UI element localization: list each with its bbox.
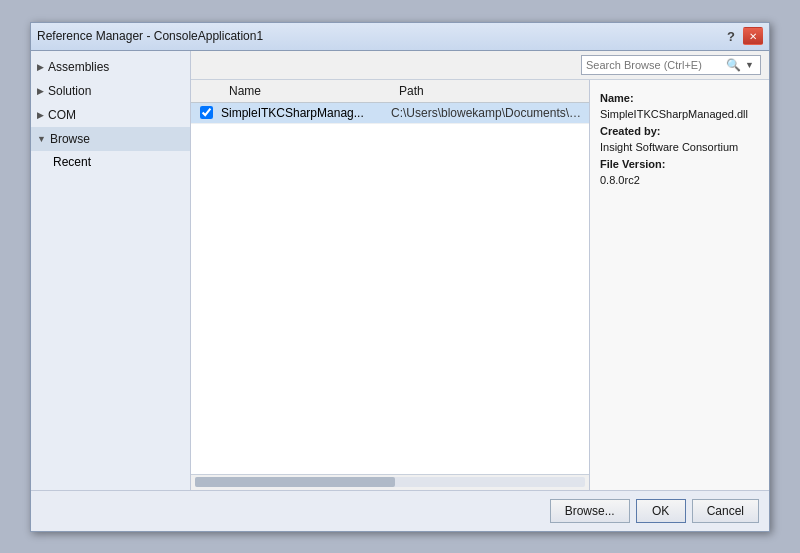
row-checkbox[interactable]	[191, 106, 221, 119]
scrollbar-thumb[interactable]	[195, 477, 395, 487]
table-body: SimpleITKCSharpManag... C:\Users\bloweka…	[191, 103, 589, 474]
search-input-wrapper: 🔍 ▼	[581, 55, 761, 75]
browse-button[interactable]: Browse...	[550, 499, 630, 523]
detail-panel: Name: SimpleITKCSharpManaged.dll Created…	[589, 80, 769, 490]
sidebar-subitem-recent-label: Recent	[53, 155, 91, 169]
search-bar: 🔍 ▼	[191, 51, 769, 80]
title-bar: Reference Manager - ConsoleApplication1 …	[31, 23, 769, 51]
sidebar-subitem-recent[interactable]: Recent	[31, 151, 190, 173]
horizontal-scrollbar[interactable]	[191, 474, 589, 490]
ok-button[interactable]: OK	[636, 499, 686, 523]
title-bar-buttons: ? ✕	[721, 27, 763, 45]
table-container: Name Path SimpleITKCSharpManag... C:\Use…	[191, 80, 589, 490]
search-input[interactable]	[586, 59, 724, 71]
row-name: SimpleITKCSharpManag...	[221, 106, 391, 120]
dialog-content: ▶ Assemblies ▶ Solution ▶ COM ▼ Browse R…	[31, 51, 769, 490]
name-column-header: Name	[221, 84, 391, 98]
path-column-header: Path	[391, 84, 589, 98]
main-area: 🔍 ▼ Name Path	[191, 51, 769, 490]
detail-created-value: Insight Software Consortium	[600, 139, 759, 156]
sidebar-item-solution[interactable]: ▶ Solution	[31, 79, 190, 103]
row-path: C:\Users\blowekamp\Documents\SimpleITK	[391, 106, 589, 120]
search-icon[interactable]: 🔍	[724, 58, 743, 72]
sidebar-item-browse[interactable]: ▼ Browse	[31, 127, 190, 151]
cancel-button[interactable]: Cancel	[692, 499, 759, 523]
close-button[interactable]: ✕	[743, 27, 763, 45]
detail-version-label: File Version:	[600, 156, 759, 173]
window-title: Reference Manager - ConsoleApplication1	[37, 29, 263, 43]
expand-arrow-assemblies: ▶	[37, 62, 44, 72]
sidebar-item-com[interactable]: ▶ COM	[31, 103, 190, 127]
expand-arrow-browse: ▼	[37, 134, 46, 144]
split-container: Name Path SimpleITKCSharpManag... C:\Use…	[191, 80, 769, 490]
sidebar-item-assemblies[interactable]: ▶ Assemblies	[31, 55, 190, 79]
scrollbar-track	[195, 477, 585, 487]
expand-arrow-com: ▶	[37, 110, 44, 120]
detail-created-label: Created by:	[600, 123, 759, 140]
sidebar-item-solution-label: Solution	[48, 84, 91, 98]
sidebar-item-browse-label: Browse	[50, 132, 90, 146]
search-dropdown-icon[interactable]: ▼	[743, 60, 756, 70]
detail-version-value: 0.8.0rc2	[600, 172, 759, 189]
table-row[interactable]: SimpleITKCSharpManag... C:\Users\bloweka…	[191, 103, 589, 124]
sidebar: ▶ Assemblies ▶ Solution ▶ COM ▼ Browse R…	[31, 51, 191, 490]
detail-name-label: Name:	[600, 90, 759, 107]
row-check-input[interactable]	[200, 106, 213, 119]
expand-arrow-solution: ▶	[37, 86, 44, 96]
footer: Browse... OK Cancel	[31, 490, 769, 531]
detail-name-value: SimpleITKCSharpManaged.dll	[600, 106, 759, 123]
help-button[interactable]: ?	[721, 27, 741, 45]
table-header: Name Path	[191, 80, 589, 103]
reference-manager-window: Reference Manager - ConsoleApplication1 …	[30, 22, 770, 532]
sidebar-item-com-label: COM	[48, 108, 76, 122]
sidebar-item-assemblies-label: Assemblies	[48, 60, 109, 74]
